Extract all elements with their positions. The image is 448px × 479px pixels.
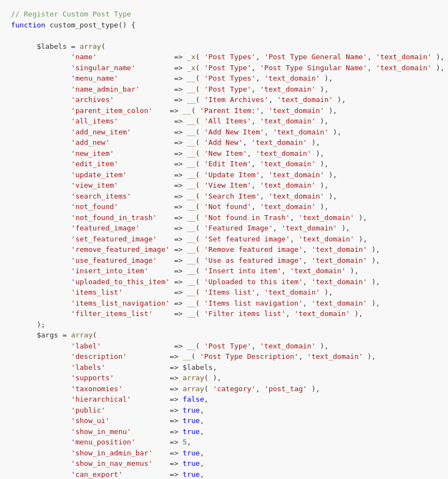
code-block: // Register Custom Post Type function cu… <box>11 9 437 479</box>
var-labels: $labels <box>37 42 67 50</box>
function-name: custom_post_type <box>49 21 118 29</box>
code-editor: // Register Custom Post Type function cu… <box>0 0 448 479</box>
comment-line-1: // Register Custom Post Type <box>11 10 131 18</box>
keyword-function: function <box>11 21 46 29</box>
